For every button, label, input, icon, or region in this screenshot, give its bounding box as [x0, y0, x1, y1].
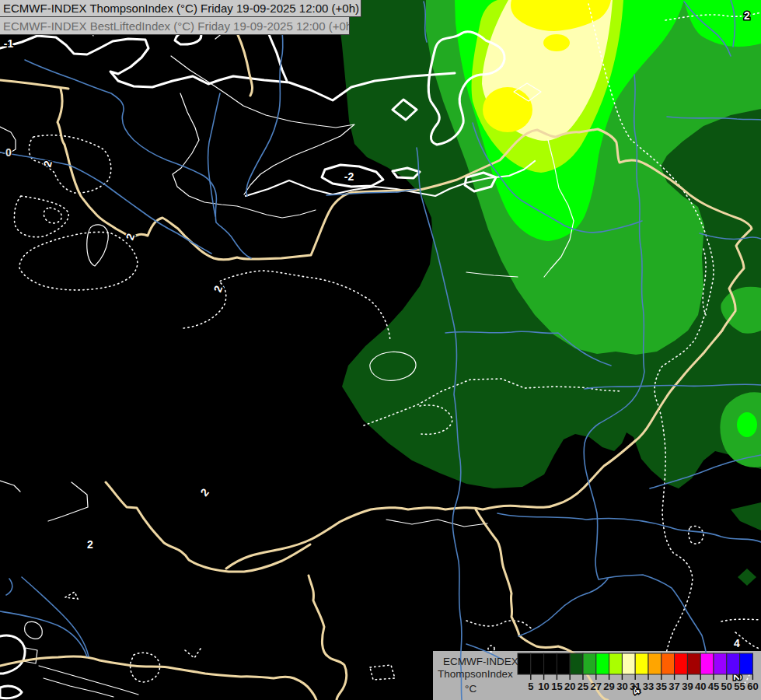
contour-label: 2: [87, 538, 93, 551]
colorbar-cell: [675, 653, 688, 674]
colorbar-tick-label: 25: [578, 681, 588, 692]
colorbar-tick-label: 30: [616, 681, 627, 692]
contour-label: -2: [344, 170, 354, 183]
contour-label: -1: [4, 37, 14, 50]
colorbar-tick-label: 29: [603, 681, 614, 692]
colorbar-cell: [635, 653, 648, 674]
colorbar-cell: [740, 653, 753, 674]
colorbar-tick-label: 40: [695, 681, 706, 692]
colorbar-cell: [609, 653, 623, 674]
colorbar-tick-label: 20: [564, 681, 575, 692]
colorbar-tick-label: 50: [721, 681, 732, 692]
colorbar-cell: [727, 653, 740, 674]
colorbar-cell: [544, 653, 557, 674]
title-bestlifted-index: ECMWF-INDEX BestLiftedIndex (°C) Friday …: [0, 17, 350, 35]
colorbar-cell: [700, 653, 714, 674]
legend-unit-label: °C: [465, 683, 476, 695]
colorbar-tick-label: 31: [630, 681, 641, 692]
colorbar-cell: [570, 653, 583, 674]
colorbar-tick-label: 33: [643, 681, 654, 692]
region-bright-green-spot: [737, 412, 757, 437]
colorbar-cell: [596, 653, 609, 674]
colorbar-cell: [583, 653, 596, 674]
colorbar-tick-label: 37: [668, 681, 679, 692]
weather-map-page: ECMWF-INDEX ThompsonIndex (°C) Friday 19…: [0, 0, 761, 700]
colorbar-cell: [648, 653, 662, 674]
contour-label: 2: [731, 674, 744, 681]
contour-label: 4: [734, 637, 740, 649]
legend-colorbar: 51015202527293031333537394045505560: [518, 653, 759, 692]
legend-product-label: ECMWF-INDEX: [443, 656, 518, 667]
colorbar-cell: [531, 653, 544, 674]
colorbar-tick-label: 60: [747, 681, 758, 692]
colorbar-tick-label: 35: [656, 681, 667, 692]
colorbar-tick-label: 45: [708, 681, 719, 692]
colorbar-tick-label: 27: [591, 681, 602, 692]
colorbar-cell: [518, 653, 531, 674]
legend-parameter-label: ThompsonIndex: [438, 668, 513, 680]
region-yellow-blob: [483, 87, 532, 132]
contour-label: 2: [744, 9, 750, 22]
colorbar-tick-label: 15: [551, 681, 562, 692]
contour-label: 0: [5, 146, 12, 159]
colorbar-cell: [622, 653, 635, 674]
colorbar-cell: [662, 653, 675, 674]
colorbar-tick-label: 39: [682, 681, 693, 692]
colorbar-cell: [687, 653, 700, 674]
title-thompson-index-text: ECMWF-INDEX ThompsonIndex (°C) Friday 19…: [3, 2, 359, 15]
colorbar-tick-label: 55: [734, 681, 745, 692]
colorbar-cell: [557, 653, 570, 674]
title-bestlifted-index-text: ECMWF-INDEX BestLiftedIndex (°C) Friday …: [3, 19, 350, 33]
weather-map: -10222-2222442 5101520252729303133353739…: [0, 0, 761, 700]
colorbar-cell: [714, 653, 727, 674]
title-thompson-index: ECMWF-INDEX ThompsonIndex (°C) Friday 19…: [0, 0, 361, 17]
region-yellow-small: [543, 34, 570, 51]
colorbar-tick-label: 5: [528, 681, 533, 692]
colorbar-tick-label: 10: [538, 681, 549, 692]
